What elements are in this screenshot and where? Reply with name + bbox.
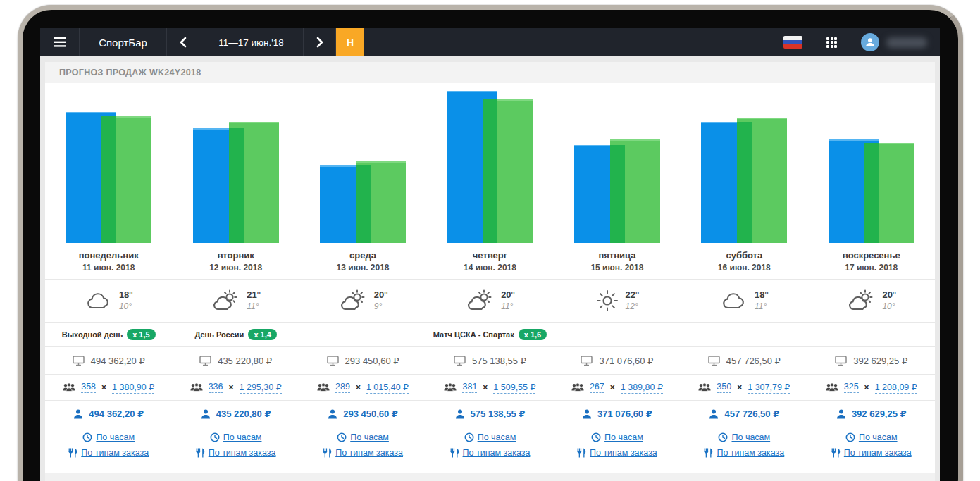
bar-wrap (66, 83, 151, 243)
hamburger-menu-button[interactable] (40, 28, 80, 56)
guests-count-link[interactable]: 358 (81, 382, 96, 393)
by-order-type-link[interactable]: По типам заказа (209, 448, 276, 458)
monitor-icon (835, 356, 847, 366)
apps-grid-icon[interactable] (826, 37, 837, 48)
temp-high: 20° (882, 289, 896, 301)
temp-low: 11° (247, 301, 261, 312)
day-name: понедельник (79, 250, 139, 261)
day-date: 16 июн. 2018 (718, 263, 771, 273)
avg-check-link[interactable]: 1 389,80 ₽ (621, 382, 663, 394)
by-order-type-link[interactable]: По типам заказа (335, 448, 403, 458)
by-hours-link[interactable]: По часам (478, 432, 516, 442)
prev-week-button[interactable] (167, 28, 199, 56)
temp-low: 12° (626, 301, 640, 312)
content-area: ПРОГНОЗ ПРОДАЖ WK24Y2018 понедельник 11 … (40, 56, 940, 481)
week-range[interactable]: 11—17 июн.'18 (199, 28, 304, 56)
weather-cell: 20° 11° (426, 279, 553, 322)
by-order-type-link[interactable]: По типам заказа (81, 448, 149, 458)
by-hours-cell: По часам (808, 427, 935, 448)
weather-cell: 20° 10° (808, 279, 935, 322)
avg-check-link[interactable]: 1 307,79 ₽ (748, 382, 790, 394)
avg-check-link[interactable]: 1 015,40 ₽ (366, 382, 409, 394)
navbar-right (783, 28, 940, 56)
forecast-revenue-value: 457 726,50 ₽ (726, 356, 781, 366)
by-order-type-cell: По типам заказа (299, 448, 426, 467)
by-order-type-link[interactable]: По типам заказа (463, 448, 531, 458)
day-name: суббота (726, 250, 762, 261)
day-name: среда (349, 250, 376, 261)
quick-nav-button[interactable]: Н (336, 28, 364, 56)
bar-group (172, 83, 299, 243)
by-order-type-cell: По типам заказа (172, 448, 299, 467)
by-order-type-link[interactable]: По типам заказа (717, 448, 784, 458)
by-hours-link[interactable]: По часам (96, 432, 135, 442)
by-order-type-cell: По типам заказа (681, 448, 807, 467)
temp-low: 10° (882, 301, 896, 312)
event-cell (554, 322, 681, 346)
guests-count-link[interactable]: 289 (335, 382, 350, 393)
bar-group (808, 83, 935, 243)
by-hours-link[interactable]: По часам (350, 432, 389, 442)
times-symbol: × (229, 382, 234, 392)
guests-group-icon (190, 382, 203, 392)
guests-count-link[interactable]: 325 (844, 382, 859, 393)
next-week-button[interactable] (304, 28, 336, 56)
temp-high: 20° (501, 289, 515, 301)
by-order-type-link[interactable]: По типам заказа (590, 448, 657, 458)
event-label: День России (194, 330, 244, 339)
forecast-revenue-value: 371 076,60 ₽ (599, 356, 653, 366)
day-label: понедельник 11 июн. 2018 (45, 243, 172, 279)
by-hours-link[interactable]: По часам (223, 432, 262, 442)
sun-icon (595, 289, 619, 313)
by-hours-link[interactable]: По часам (859, 432, 898, 442)
clock-icon (82, 432, 92, 442)
temp-high: 18° (755, 289, 769, 301)
person-icon (582, 409, 592, 419)
forecast-revenue-cell: 435 220,80 ₽ (172, 346, 299, 374)
temperatures: 18° 10° (119, 289, 133, 311)
clock-icon (718, 432, 728, 442)
temperatures: 22° 12° (626, 289, 640, 311)
guests-count-link[interactable]: 336 (209, 382, 223, 393)
bar-wrap (447, 83, 533, 243)
bar-wrap (320, 83, 406, 243)
guests-group-icon (444, 382, 457, 392)
by-hours-link[interactable]: По часам (604, 432, 643, 442)
next-section-strip (45, 473, 935, 481)
sun-behind-cloud-icon (846, 289, 876, 312)
temp-low: 10° (119, 301, 133, 312)
russia-flag-icon[interactable] (783, 36, 802, 49)
event-label: Выходной день (62, 330, 123, 339)
guests-group-icon (698, 382, 711, 392)
avg-check-link[interactable]: 1 509,55 ₽ (493, 382, 535, 394)
bar-group (299, 83, 426, 243)
user-name-redacted (886, 37, 927, 48)
guests-count-link[interactable]: 381 (462, 382, 477, 393)
bar-wrap (701, 83, 787, 243)
day-date: 11 июн. 2018 (82, 263, 135, 273)
day-column: четверг 14 июн. 2018 20° 11° (426, 83, 553, 467)
guests-group-icon (826, 382, 838, 392)
by-hours-link[interactable]: По часам (731, 432, 770, 442)
event-label: Матч ЦСКА - Спартак (433, 330, 514, 339)
cutlery-icon (196, 448, 205, 458)
temperatures: 20° 10° (882, 289, 896, 311)
user-menu[interactable] (861, 33, 927, 51)
avg-check-link[interactable]: 1 380,90 ₽ (112, 382, 154, 394)
by-order-type-link[interactable]: По типам заказа (844, 448, 912, 458)
guests-count-link[interactable]: 350 (717, 382, 731, 393)
cloud-icon (720, 291, 748, 311)
times-symbol: × (483, 382, 488, 392)
per-guest-revenue-value: 435 220,80 ₽ (216, 408, 271, 419)
forecast-revenue-cell: 494 362,20 ₽ (45, 346, 172, 374)
device-frame: СпортБар 11—17 июн.'18 Н (18, 5, 963, 481)
guests-cell: 289 × 1 015,40 ₽ (299, 374, 426, 400)
avg-check-link[interactable]: 1 208,09 ₽ (875, 382, 917, 394)
by-hours-cell: По часам (45, 427, 172, 448)
day-date: 17 июн. 2018 (845, 263, 898, 273)
day-label: пятница 15 июн. 2018 (554, 243, 681, 279)
guests-count-link[interactable]: 267 (590, 382, 604, 393)
avg-check-link[interactable]: 1 295,30 ₽ (240, 382, 282, 394)
by-hours-cell: По часам (172, 427, 299, 448)
weather-cell: 20° 9° (299, 279, 426, 322)
